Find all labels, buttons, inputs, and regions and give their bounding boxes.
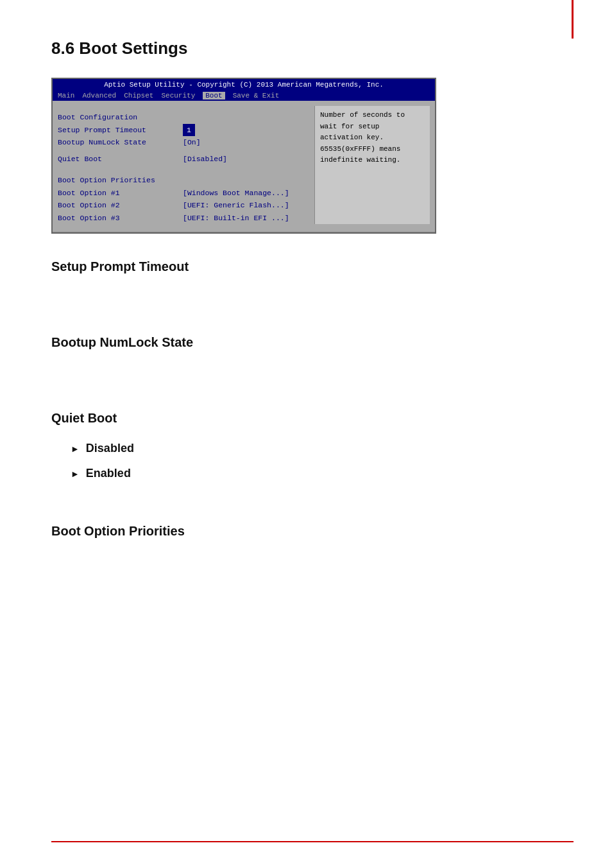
quiet-boot-label: Quiet Boot — [58, 153, 183, 166]
bootup-numlock-title: Bootup NumLock State — [51, 335, 574, 350]
arrow-icon-disabled: ► — [71, 444, 80, 454]
setup-prompt-title: Setup Prompt Timeout — [51, 259, 574, 274]
boot-opt2-value: [UEFI: Generic Flash...] — [183, 199, 308, 212]
menu-main[interactable]: Main — [58, 92, 74, 100]
quiet-boot-enabled-label: Enabled — [86, 467, 131, 480]
bios-titlebar: Aptio Setup Utility - Copyright (C) 2013… — [53, 79, 435, 91]
menu-chipset[interactable]: Chipset — [124, 92, 153, 100]
boot-opt1-label: Boot Option #1 — [58, 187, 183, 200]
quiet-boot-disabled-label: Disabled — [86, 442, 134, 455]
section-title: 8.6 Boot Settings — [51, 39, 574, 58]
bios-row-opt2: Boot Option #2 [UEFI: Generic Flash...] — [58, 199, 308, 212]
bios-screenshot: Aptio Setup Utility - Copyright (C) 2013… — [51, 78, 436, 234]
bios-menubar: Main Advanced Chipset Security Boot Save… — [53, 91, 435, 101]
bios-bottom-divider — [53, 232, 435, 232]
bios-row-opt3: Boot Option #3 [UEFI: Built-in EFI ...] — [58, 212, 308, 225]
boot-opt3-label: Boot Option #3 — [58, 212, 183, 225]
arrow-icon-enabled: ► — [71, 469, 80, 479]
menu-advanced[interactable]: Advanced — [82, 92, 116, 100]
quiet-boot-option-disabled: ► Disabled — [71, 442, 574, 455]
menu-boot[interactable]: Boot — [203, 92, 225, 100]
bios-section2-label: Boot Option Priorities — [58, 174, 308, 187]
boot-option-priorities-title: Boot Option Priorities — [51, 524, 574, 539]
boot-opt2-label: Boot Option #2 — [58, 199, 183, 212]
bios-right-panel: Number of seconds to wait for setup acti… — [314, 106, 430, 224]
quiet-boot-value: [Disabled] — [183, 153, 308, 166]
bottom-red-line — [51, 841, 574, 842]
bios-row-numlock: Bootup NumLock State [On] — [58, 136, 308, 149]
numlock-value: [On] — [183, 136, 308, 149]
bios-content: Boot Configuration Setup Prompt Timeout … — [53, 101, 435, 229]
boot-opt1-value: [Windows Boot Manage...] — [183, 187, 308, 200]
bios-row-setup-prompt: Setup Prompt Timeout 1 — [58, 124, 308, 137]
bios-section1-label: Boot Configuration — [58, 111, 308, 124]
menu-security[interactable]: Security — [161, 92, 195, 100]
quiet-boot-title: Quiet Boot — [51, 411, 574, 426]
setup-prompt-highlight: 1 — [183, 124, 195, 137]
numlock-label: Bootup NumLock State — [58, 136, 183, 149]
top-red-bar — [572, 0, 574, 39]
menu-save-exit[interactable]: Save & Exit — [233, 92, 280, 100]
bios-row-quiet-boot: Quiet Boot [Disabled] — [58, 153, 308, 166]
boot-opt3-value: [UEFI: Built-in EFI ...] — [183, 212, 308, 225]
setup-prompt-value: 1 — [183, 124, 308, 137]
bios-left-panel: Boot Configuration Setup Prompt Timeout … — [58, 106, 308, 224]
bios-row-opt1: Boot Option #1 [Windows Boot Manage...] — [58, 187, 308, 200]
setup-prompt-label: Setup Prompt Timeout — [58, 124, 183, 137]
quiet-boot-option-enabled: ► Enabled — [71, 467, 574, 480]
